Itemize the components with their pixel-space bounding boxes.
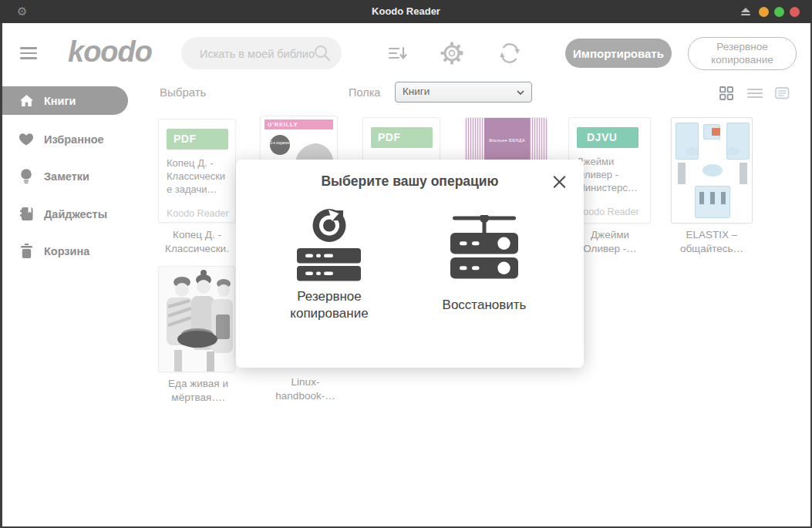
book-cover-art: O'REILLY xyxy=(264,119,333,129)
book-cover-art xyxy=(721,192,726,204)
book-cover-art xyxy=(678,163,686,184)
search-bar xyxy=(181,37,342,69)
sync-icon[interactable] xyxy=(499,42,521,67)
book-author: Koodo Reader xyxy=(167,208,234,219)
backup-option[interactable]: Резервное копирование xyxy=(275,209,383,322)
book-title: Копец Д. - Классические задачи… xyxy=(167,156,230,196)
home-icon xyxy=(19,95,33,106)
restore-option[interactable]: Восстановить xyxy=(430,215,538,314)
sidebar-item-label: Книги xyxy=(44,95,76,107)
book-author: Koodo Reader xyxy=(577,207,645,217)
book-card-food[interactable] xyxy=(158,266,235,372)
operation-dialog: Выберите вашу операцию Резервно xyxy=(236,160,584,368)
sidebar-item-books[interactable]: Книги xyxy=(2,86,128,115)
book-caption[interactable]: Копец Д. - Классически. xyxy=(157,228,238,256)
shelf-select[interactable]: Книги xyxy=(395,82,532,103)
sidebar-item-label: Корзина xyxy=(44,245,89,257)
book-caption[interactable]: ELASTIX – общайтесь… xyxy=(669,228,754,256)
shelf-label: Полка xyxy=(349,86,380,99)
search-icon[interactable] xyxy=(314,45,331,65)
heart-icon xyxy=(19,133,33,146)
eject-icon[interactable] xyxy=(740,8,751,16)
window-control-maximize[interactable] xyxy=(774,7,784,17)
book-cover-art xyxy=(702,164,723,177)
window-title: Koodo Reader xyxy=(0,0,812,23)
book-cover-art xyxy=(159,267,235,372)
sidebar-item-notes[interactable]: Заметки xyxy=(2,162,141,190)
book-cover-art xyxy=(727,147,740,156)
sort-icon[interactable] xyxy=(389,46,407,63)
backup-server-icon xyxy=(297,209,362,281)
view-grid-button[interactable] xyxy=(719,86,733,103)
backup-option-label: Резервное копирование xyxy=(275,288,383,322)
koodo-reader-window: ⚙ Koodo Reader koodo xyxy=(0,0,812,528)
book-card-kopec[interactable]: PDF Копец Д. - Классические задачи… Kood… xyxy=(158,119,236,223)
view-detail-button[interactable] xyxy=(775,87,790,103)
book-caption[interactable]: Джейми Оливер -… xyxy=(582,228,638,256)
book-cover-art xyxy=(699,192,704,204)
format-badge-pdf: PDF xyxy=(167,129,228,150)
koodo-logo: koodo xyxy=(68,35,152,69)
sidebar-item-trash[interactable]: Корзина xyxy=(2,237,141,265)
sidebar-item-label: Заметки xyxy=(44,170,89,183)
book-cover-art xyxy=(686,147,698,156)
hamburger-menu-button[interactable] xyxy=(20,47,37,59)
digest-book-icon xyxy=(19,207,33,220)
backup-toolbar-button[interactable]: Резервное копирование xyxy=(688,37,797,70)
book-card-elastix[interactable] xyxy=(671,117,753,224)
window-control-close[interactable] xyxy=(790,7,800,17)
dialog-title: Выберите вашу операцию xyxy=(236,173,584,190)
close-icon[interactable] xyxy=(552,174,567,189)
sidebar-item-favorites[interactable]: Избранное xyxy=(2,125,141,153)
select-books-action[interactable]: Выбрать xyxy=(160,86,206,99)
book-caption[interactable]: Еда живая и мёртвая…. xyxy=(154,377,242,405)
sidebar-item-label: Избранное xyxy=(44,133,104,146)
trash-icon xyxy=(19,244,33,258)
sidebar-item-label: Дайджесты xyxy=(44,208,107,220)
chevron-down-icon xyxy=(517,90,524,95)
book-cover-art xyxy=(740,163,747,184)
format-badge-djvu: DJVU xyxy=(577,127,638,148)
view-list-button[interactable] xyxy=(747,88,763,102)
book-cover-art: 2-е издание xyxy=(270,135,290,155)
titlebar: ⚙ Koodo Reader xyxy=(0,0,812,23)
restore-server-icon xyxy=(450,215,518,281)
restore-option-label: Восстановить xyxy=(430,297,538,314)
window-control-minimize[interactable] xyxy=(759,7,769,17)
book-cover-art xyxy=(712,128,720,136)
book-title: Джейми Оливер - Министерс… xyxy=(577,155,645,194)
window-controls xyxy=(740,0,800,23)
lightbulb-icon xyxy=(19,169,33,183)
format-badge-pdf: PDF xyxy=(371,127,433,148)
book-cover-art xyxy=(710,192,715,204)
sidebar-item-digests[interactable]: Дайджесты xyxy=(2,200,141,228)
shelf-selected-value: Книги xyxy=(403,86,430,97)
book-caption[interactable]: Linux-handbook-… xyxy=(270,375,341,403)
settings-gear-icon[interactable] xyxy=(440,42,463,68)
search-input[interactable] xyxy=(198,37,317,71)
import-button[interactable]: Импортировать xyxy=(565,39,672,68)
